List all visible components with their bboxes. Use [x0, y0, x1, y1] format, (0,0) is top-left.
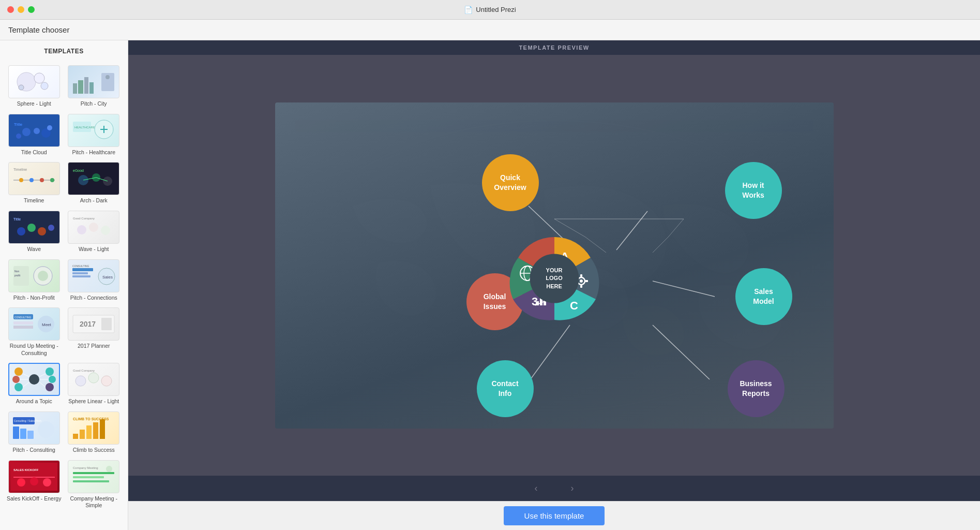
- template-item-around-topic[interactable]: Around a Topic: [4, 360, 64, 408]
- prezi-slide: QuickOverview GlobalIssues ContactInfo H…: [275, 102, 834, 429]
- template-item-consulting[interactable]: Consulting / Sales Pitch Pitch - Consult…: [4, 408, 64, 457]
- svg-line-70: [23, 382, 29, 387]
- label-arch-dark: Arch - Dark: [80, 197, 108, 204]
- svg-text:2017: 2017: [80, 320, 96, 328]
- template-item-cloud[interactable]: Title Title Cloud: [4, 111, 64, 159]
- template-item-sphere-light[interactable]: Sphere - Light: [4, 62, 64, 111]
- svg-text:3: 3: [531, 295, 537, 308]
- svg-point-39: [77, 225, 86, 234]
- svg-rect-98: [73, 472, 114, 474]
- svg-point-12: [34, 128, 40, 134]
- node-sales-model-label: SalesModel: [749, 287, 778, 305]
- svg-point-2: [41, 82, 48, 90]
- label-timeline: Timeline: [24, 197, 44, 204]
- svg-rect-5: [78, 80, 83, 94]
- thumb-2017planner: 2017: [68, 307, 119, 341]
- template-item-wave-light[interactable]: Good Company Wave - Light: [64, 208, 124, 256]
- svg-text:eGood: eGood: [73, 169, 84, 172]
- label-nonprofit: Pitch - Non-Profit: [13, 295, 55, 302]
- svg-text:SALES KICKOFF: SALES KICKOFF: [13, 468, 39, 472]
- prev-arrow[interactable]: ‹: [529, 481, 544, 496]
- svg-text:Consulting / Sales Pitch: Consulting / Sales Pitch: [14, 419, 41, 422]
- thumb-around-topic: [8, 363, 60, 396]
- svg-point-66: [46, 383, 54, 391]
- thumb-nonprofit: Nonprofit: [8, 259, 60, 292]
- next-arrow[interactable]: ›: [565, 481, 580, 496]
- template-item-healthcare[interactable]: HEALTHCARE Pitch - Healthcare: [64, 111, 124, 159]
- template-item-arch-dark[interactable]: eGood Arch - Dark: [64, 159, 124, 208]
- svg-rect-61: [101, 318, 112, 330]
- label-roundup: Round Up Meeting - Consulting: [6, 343, 62, 357]
- template-item-roundup[interactable]: CONSULTINGMeet Round Up Meeting - Consul…: [4, 304, 64, 360]
- template-item-pitch-city[interactable]: Pitch - City: [64, 62, 124, 111]
- app-title: Template chooser: [8, 25, 69, 34]
- svg-text:Company Meeting: Company Meeting: [73, 466, 98, 469]
- svg-point-11: [22, 128, 31, 136]
- svg-rect-7: [89, 82, 94, 94]
- thumb-company-meeting: Company Meeting: [68, 460, 119, 493]
- svg-text:Title: Title: [14, 122, 23, 127]
- svg-rect-116: [585, 280, 588, 282]
- svg-text:Title: Title: [13, 217, 21, 221]
- svg-text:Good Company: Good Company: [73, 369, 95, 372]
- document-icon: 📄: [464, 6, 473, 14]
- template-item-2017[interactable]: 2017 2017 Planner: [64, 304, 124, 360]
- svg-line-72: [39, 374, 46, 377]
- label-2017: 2017 Planner: [78, 343, 110, 350]
- svg-point-96: [43, 478, 51, 487]
- center-logo-text: YOURLOGOHERE: [546, 266, 562, 290]
- svg-point-34: [17, 227, 25, 235]
- svg-point-40: [89, 223, 98, 232]
- label-consulting: Pitch - Consulting: [13, 447, 55, 454]
- thumb-wave-light: Good Company: [68, 211, 119, 244]
- svg-point-25: [40, 178, 44, 182]
- node-contact-info: ContactInfo: [477, 360, 534, 417]
- template-grid: Sphere - Light Pitch - City Title Title …: [0, 60, 128, 514]
- svg-text:CONSULTING: CONSULTING: [72, 264, 89, 268]
- node-quick-overview: QuickOverview: [482, 154, 539, 211]
- svg-text:Non: Non: [14, 270, 19, 273]
- template-item-climb[interactable]: CLIMB TO SUCCESS Climb to Success: [64, 408, 124, 457]
- label-connections: Pitch - Connections: [70, 295, 117, 302]
- svg-point-24: [29, 178, 34, 182]
- maximize-button[interactable]: [28, 6, 35, 13]
- svg-rect-115: [580, 285, 582, 288]
- thumb-wave: Title: [8, 211, 60, 244]
- thumb-sales-kickoff: SALES KICKOFF: [8, 460, 60, 493]
- thumb-connections: CONSULTINGSales: [68, 259, 119, 292]
- svg-rect-4: [73, 83, 77, 94]
- svg-point-46: [38, 271, 48, 281]
- svg-text:Meet: Meet: [42, 322, 52, 327]
- template-item-timeline[interactable]: Timeline Timeline: [4, 159, 64, 208]
- sidebar-header: TEMPLATES: [0, 40, 128, 60]
- use-template-button[interactable]: Use this template: [504, 506, 605, 525]
- label-sphere-linear: Sphere Linear - Light: [68, 398, 119, 405]
- svg-point-101: [106, 466, 112, 472]
- template-item-sphere-linear[interactable]: Good Company Sphere Linear - Light: [64, 360, 124, 408]
- svg-point-41: [101, 226, 110, 235]
- thumb-sphere-linear: Good Company: [68, 363, 119, 396]
- close-button[interactable]: [7, 6, 14, 13]
- template-item-company-meeting[interactable]: Company Meeting Company Meeting - Simple: [64, 457, 124, 512]
- label-sphere-light: Sphere - Light: [17, 100, 51, 108]
- template-item-wave[interactable]: Title Wave: [4, 208, 64, 256]
- label-healthcare: Pitch - Healthcare: [72, 149, 115, 156]
- node-business-reports: BusinessReports: [728, 360, 785, 417]
- svg-point-3: [19, 85, 24, 90]
- svg-text:CONSULTING: CONSULTING: [14, 316, 32, 319]
- template-item-nonprofit[interactable]: Nonprofit Pitch - Non-Profit: [4, 256, 64, 305]
- svg-text:profit: profit: [14, 274, 21, 277]
- nav-arrows: ‹ ›: [128, 476, 980, 501]
- window-title: 📄 Untitled Prezi: [464, 6, 516, 14]
- label-pitch-city: Pitch - City: [81, 100, 107, 108]
- svg-rect-50: [72, 275, 91, 277]
- svg-text:Timeline: Timeline: [13, 168, 27, 171]
- thumb-cloud: Title: [8, 114, 60, 147]
- template-item-sales-kickoff[interactable]: SALES KICKOFF Sales KickOff - Energy: [4, 457, 64, 512]
- svg-rect-99: [73, 476, 104, 478]
- minimize-button[interactable]: [18, 6, 24, 13]
- thumb-healthcare: HEALTHCARE: [68, 114, 119, 147]
- svg-rect-88: [86, 425, 92, 439]
- template-item-connections[interactable]: CONSULTINGSales Pitch - Connections: [64, 256, 124, 305]
- svg-point-64: [14, 383, 23, 391]
